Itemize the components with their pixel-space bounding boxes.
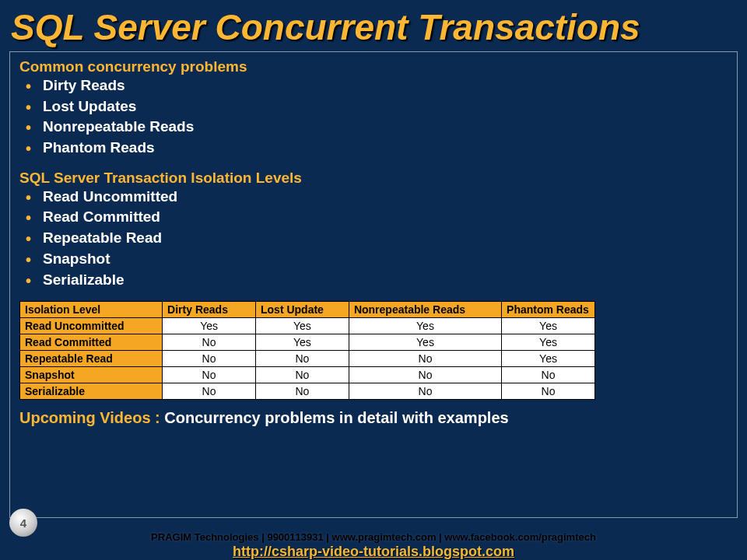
upcoming-text: Concurrency problems in detail with exam…	[164, 409, 508, 426]
page-number-badge: 4	[9, 509, 37, 537]
list-item: Read Committed	[19, 207, 728, 228]
section2-heading: SQL Server Transaction Isolation Levels	[19, 170, 728, 187]
list-item: Dirty Reads	[19, 75, 728, 96]
cell: Yes	[349, 318, 501, 334]
blog-link[interactable]: http://csharp-video-tutorials.blogspot.c…	[233, 544, 514, 560]
list-item: Serializable	[19, 270, 728, 291]
cell: Yes	[502, 351, 595, 367]
th-nonrepeatable-reads: Nonrepeatable Reads	[349, 302, 501, 318]
row-label: Read Committed	[20, 334, 163, 351]
cell: No	[349, 351, 501, 367]
th-isolation-level: Isolation Level	[20, 302, 163, 318]
cell: No	[502, 367, 595, 383]
pragim-footer-text: PRAGIM Technologies | 9900113931 | www.p…	[148, 531, 599, 543]
th-phantom-reads: Phantom Reads	[502, 302, 595, 318]
section1-heading: Common concurrency problems	[19, 58, 728, 75]
cell: No	[163, 351, 256, 367]
list-item: Snapshot	[19, 249, 728, 270]
table-row: Repeatable Read No No No Yes	[20, 351, 595, 367]
section2-list: Read Uncommitted Read Committed Repeatab…	[19, 187, 728, 290]
table-row: Read Uncommitted Yes Yes Yes Yes	[20, 318, 595, 334]
row-label: Snapshot	[20, 367, 163, 383]
table-row: Snapshot No No No No	[20, 367, 595, 383]
cell: No	[163, 334, 256, 351]
list-item: Read Uncommitted	[19, 187, 728, 208]
upcoming-videos: Upcoming Videos : Concurrency problems i…	[19, 409, 728, 427]
upcoming-label: Upcoming Videos :	[19, 409, 164, 426]
cell: No	[163, 367, 256, 383]
cell: Yes	[502, 334, 595, 351]
cell: Yes	[256, 334, 349, 351]
list-item: Nonrepeatable Reads	[19, 117, 728, 138]
list-item: Repeatable Read	[19, 228, 728, 249]
th-dirty-reads: Dirty Reads	[163, 302, 256, 318]
cell: No	[256, 351, 349, 367]
content-box: Common concurrency problems Dirty Reads …	[9, 51, 738, 518]
cell: No	[256, 383, 349, 400]
table-row: Serializable No No No No	[20, 383, 595, 400]
cell: No	[349, 367, 501, 383]
cell: Yes	[502, 318, 595, 334]
cell: No	[256, 367, 349, 383]
th-lost-update: Lost Update	[256, 302, 349, 318]
row-label: Serializable	[20, 383, 163, 400]
list-item: Phantom Reads	[19, 138, 728, 159]
cell: Yes	[256, 318, 349, 334]
isolation-table: Isolation Level Dirty Reads Lost Update …	[19, 301, 595, 400]
slide-title: SQL Server Concurrent Transactions	[0, 0, 747, 50]
cell: No	[163, 383, 256, 400]
footer: 4 PRAGIM Technologies | 9900113931 | www…	[0, 528, 747, 560]
cell: No	[502, 383, 595, 400]
cell: No	[349, 383, 501, 400]
list-item: Lost Updates	[19, 96, 728, 117]
table-header-row: Isolation Level Dirty Reads Lost Update …	[20, 302, 595, 318]
section1-list: Dirty Reads Lost Updates Nonrepeatable R…	[19, 75, 728, 159]
cell: Yes	[349, 334, 501, 351]
cell: Yes	[163, 318, 256, 334]
row-label: Repeatable Read	[20, 351, 163, 367]
table-row: Read Committed No Yes Yes Yes	[20, 334, 595, 351]
row-label: Read Uncommitted	[20, 318, 163, 334]
